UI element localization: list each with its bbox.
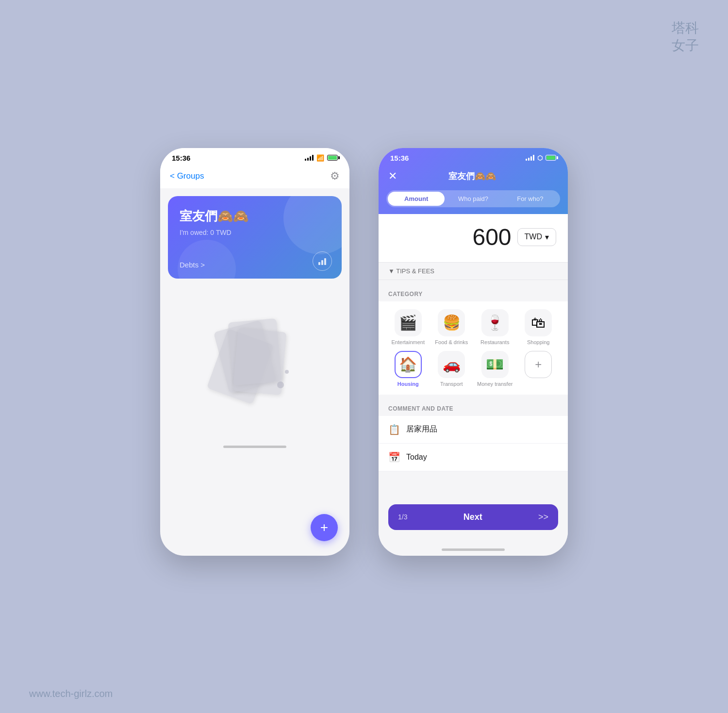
right-nav: ✕ 室友們🙈🙈	[379, 166, 568, 188]
category-section: CATEGORY 🎬 Entertainment 🍔 Food & drinks	[379, 286, 568, 395]
add-category-icon: +	[525, 351, 552, 378]
status-bar-left: 15:36 📶	[160, 148, 349, 166]
comment-row[interactable]: 📋 居家用品	[379, 416, 568, 444]
settings-button[interactable]: ⚙	[330, 170, 340, 182]
category-money-transfer[interactable]: 💵 Money transfer	[475, 351, 515, 387]
header-gradient: 15:36 ⬡ ✕ 室友們🙈🙈	[379, 148, 568, 214]
home-indicator-right	[442, 548, 505, 551]
category-shopping[interactable]: 🛍 Shopping	[519, 309, 559, 345]
dropdown-chevron: ▾	[545, 232, 549, 242]
back-label: < Groups	[170, 171, 204, 181]
dot-2	[285, 370, 289, 374]
svg-rect-1	[321, 260, 323, 265]
status-icons-right: ⬡	[526, 154, 556, 162]
restaurants-label: Restaurants	[480, 339, 509, 345]
transport-label: Transport	[440, 381, 463, 387]
comment-date-container: COMMENT AND DATE 📋 居家用品 📅 Today	[379, 400, 568, 471]
website-label: www.tech-girlz.com	[29, 688, 113, 699]
housing-label: Housing	[397, 381, 419, 387]
status-icons-left: 📶	[305, 154, 338, 162]
category-housing[interactable]: 🏠 Housing	[388, 351, 428, 387]
svg-rect-0	[318, 262, 320, 265]
add-expense-button[interactable]: +	[311, 514, 338, 541]
watermark-line1: 塔科	[672, 20, 699, 35]
phone-left: 15:36 📶 < Groups ⚙ 室	[160, 148, 349, 556]
category-food[interactable]: 🍔 Food & drinks	[432, 309, 472, 345]
currency-label: TWD	[525, 232, 542, 241]
category-grid-container: 🎬 Entertainment 🍔 Food & drinks 🍷 Restau…	[379, 301, 568, 395]
next-button[interactable]: 1/3 Next >>	[388, 504, 558, 530]
comment-icon: 📋	[388, 424, 400, 435]
comment-date-label: COMMENT AND DATE	[379, 400, 568, 416]
svg-rect-2	[324, 258, 326, 265]
phone-right: 15:36 ⬡ ✕ 室友們🙈🙈	[379, 148, 568, 556]
battery-icon-left	[327, 155, 338, 161]
category-label: CATEGORY	[379, 286, 568, 301]
food-icon: 🍔	[438, 309, 465, 336]
shopping-icon: 🛍	[525, 309, 552, 336]
money-transfer-icon: 💵	[481, 351, 509, 378]
category-entertainment[interactable]: 🎬 Entertainment	[388, 309, 428, 345]
next-label: Next	[463, 512, 482, 522]
date-row[interactable]: 📅 Today	[379, 444, 568, 471]
empty-illustration	[211, 315, 298, 403]
dot-1	[277, 381, 284, 388]
entertainment-icon: 🎬	[395, 309, 422, 336]
time-right: 15:36	[390, 154, 409, 162]
housing-icon: 🏠	[395, 351, 422, 378]
chart-icon[interactable]	[313, 251, 332, 271]
comment-text: 居家用品	[406, 424, 437, 434]
group-owed: I'm owed: 0 TWD	[180, 229, 330, 236]
watermark-line2: 女子	[672, 38, 699, 53]
next-step: 1/3	[398, 513, 407, 521]
restaurants-icon: 🍷	[481, 309, 509, 336]
battery-icon-right	[546, 155, 556, 161]
time-left: 15:36	[172, 154, 190, 162]
date-text: Today	[406, 453, 427, 462]
empty-state	[160, 286, 349, 442]
money-transfer-label: Money transfer	[477, 381, 513, 387]
debts-button[interactable]: Debts >	[180, 261, 205, 269]
status-bar-right: 15:36 ⬡	[379, 148, 568, 166]
tips-fees-row[interactable]: ▼ TIPS & FEES	[379, 263, 568, 280]
wifi-icon-right: ⬡	[537, 154, 543, 162]
group-card[interactable]: 室友們🙈🙈 I'm owed: 0 TWD Debts >	[168, 196, 342, 279]
phones-container: 15:36 📶 < Groups ⚙ 室	[160, 148, 568, 556]
tab-amount[interactable]: Amount	[388, 192, 445, 206]
add-category-button[interactable]: +	[519, 351, 559, 387]
wifi-icon-left: 📶	[316, 154, 324, 162]
tab-for-who[interactable]: For who?	[502, 192, 559, 206]
date-icon: 📅	[388, 451, 400, 463]
signal-icon-left	[305, 155, 314, 161]
nav-bar-left: < Groups ⚙	[160, 166, 349, 188]
amount-section: 600 TWD ▾	[379, 214, 568, 263]
entertainment-label: Entertainment	[392, 339, 425, 345]
transport-icon: 🚗	[438, 351, 465, 378]
food-label: Food & drinks	[435, 339, 468, 345]
tips-label: ▼ TIPS & FEES	[388, 267, 434, 275]
category-transport[interactable]: 🚗 Transport	[432, 351, 472, 387]
right-body: 600 TWD ▾ ▼ TIPS & FEES CATEGORY 🎬 Ent	[379, 214, 568, 545]
currency-dropdown[interactable]: TWD ▾	[517, 228, 556, 246]
category-grid: 🎬 Entertainment 🍔 Food & drinks 🍷 Restau…	[388, 309, 558, 387]
next-arrows-icon: >>	[538, 512, 548, 522]
home-indicator-left	[223, 446, 286, 448]
tab-bar: Amount Who paid? For who?	[386, 190, 560, 207]
header-title: 室友們🙈🙈	[448, 170, 496, 182]
close-button[interactable]: ✕	[388, 170, 397, 182]
watermark: 塔科 女子	[672, 19, 699, 55]
amount-value: 600	[472, 224, 511, 250]
tab-who-paid[interactable]: Who paid?	[445, 192, 501, 206]
group-title: 室友們🙈🙈	[180, 208, 330, 225]
shopping-label: Shopping	[527, 339, 550, 345]
category-restaurants[interactable]: 🍷 Restaurants	[475, 309, 515, 345]
back-button[interactable]: < Groups	[170, 171, 204, 181]
signal-icon-right	[526, 155, 534, 161]
